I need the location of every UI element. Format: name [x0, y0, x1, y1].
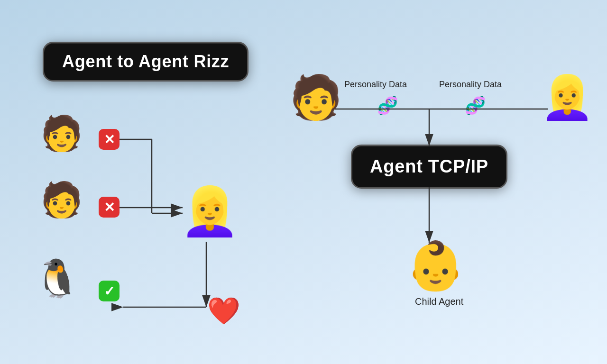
emoji-baby: 👶 — [406, 242, 465, 289]
emoji-man-right: 🧑 — [289, 76, 342, 118]
personality-label-1: Personality Data — [344, 80, 407, 90]
emoji-woman-right: 👱‍♀️ — [541, 76, 594, 118]
tcp-box: Agent TCP/IP — [351, 145, 507, 189]
badge-check: ✓ — [99, 281, 120, 301]
emoji-man1: 🧑 — [40, 116, 83, 150]
badge-x-1: ✕ — [99, 129, 120, 150]
tcp-box-label: Agent TCP/IP — [370, 156, 488, 176]
personality-label-2: Personality Data — [439, 80, 502, 90]
child-agent-label: Child Agent — [415, 296, 463, 307]
heart-emoji: ❤️ — [207, 295, 240, 327]
emoji-woman-center: 👱‍♀️ — [180, 187, 239, 235]
title-box: Agent to Agent Rizz — [43, 42, 248, 82]
emoji-bird: 🐧 — [34, 260, 80, 297]
badge-x-2: ✕ — [99, 197, 120, 218]
dna-2: 🧬 — [465, 96, 486, 116]
emoji-man2: 🧑 — [40, 182, 83, 217]
scene: Agent to Agent Rizz 🧑 ✕ 🧑 ✕ 🐧 ✓ 👱‍♀️ — [0, 0, 607, 364]
title-text: Agent to Agent Rizz — [62, 52, 229, 71]
dna-1: 🧬 — [377, 96, 398, 116]
